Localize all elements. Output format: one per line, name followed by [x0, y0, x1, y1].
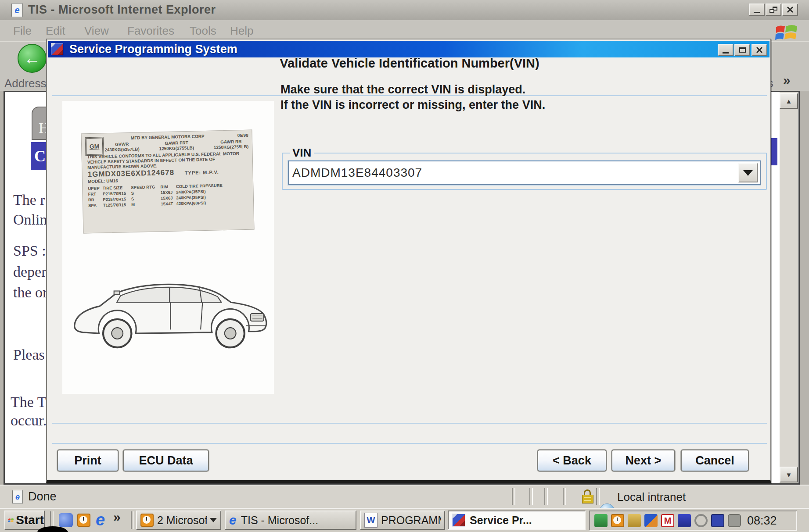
sps-close-button[interactable]	[751, 44, 767, 56]
tray-clock-time[interactable]: 08:32	[747, 514, 777, 528]
ie-statusbar: e Done Local intranet	[0, 485, 809, 509]
start-button[interactable]: Start	[4, 511, 45, 530]
system-tray: M 08:32	[589, 511, 797, 531]
sps-titlebar: Service Programming System	[48, 41, 769, 57]
page-text-fragment: the or	[13, 284, 47, 301]
minimize-icon	[723, 52, 729, 54]
vin-value: ADMDM13E84403307	[289, 166, 422, 180]
tray-network-map-icon[interactable]	[644, 514, 658, 527]
quicklaunch-clock-icon[interactable]	[77, 514, 90, 527]
sticker-tire-table: UPBPTIRE SIZE SPEED RTGRIM COLD TIRE PRE…	[88, 183, 232, 209]
ecu-data-button[interactable]: ECU Data	[123, 450, 209, 471]
sticker-type: TYPE: M.P.V.	[185, 169, 219, 175]
page-text-fragment: The T	[11, 394, 47, 411]
sticker-gawr-rr-value: 1250KG(2755LB)	[214, 144, 249, 150]
ie-close-button[interactable]	[782, 4, 798, 16]
vin-dropdown-button[interactable]	[738, 163, 758, 182]
divider	[52, 423, 767, 424]
sps-dialog: Service Programming System Validate Vehi…	[46, 39, 771, 483]
tray-book-icon[interactable]	[678, 514, 691, 527]
ie-window-title: TIS - Microsoft Internet Explorer	[28, 3, 216, 17]
page-text-fragment: Onlin	[13, 211, 47, 228]
next-button[interactable]: Next >	[611, 450, 675, 471]
menu-favorites[interactable]: Favorites	[127, 20, 174, 41]
restore-icon	[769, 7, 777, 13]
tray-display-icon[interactable]	[711, 514, 724, 527]
tray-clock-icon[interactable]	[611, 514, 624, 527]
quicklaunch-ie-icon[interactable]: e	[96, 511, 105, 529]
back-button[interactable]: ←	[18, 44, 47, 73]
scroll-up-icon: ▲	[786, 97, 792, 105]
sticker-date: 05/98	[237, 133, 248, 139]
sticker-gvwr-value: 2430KG(5357LB)	[104, 146, 140, 152]
menu-file[interactable]: File	[13, 20, 32, 41]
print-button[interactable]: Print	[57, 450, 119, 471]
menu-edit[interactable]: Edit	[46, 20, 65, 41]
quicklaunch-chevron-icon[interactable]: »	[113, 510, 121, 525]
status-divider	[512, 488, 515, 505]
lock-icon	[582, 489, 593, 503]
tray-scheduler-icon[interactable]	[728, 514, 741, 527]
vin-group: VIN ADMDM13E84403307	[282, 146, 767, 190]
status-divider	[529, 488, 533, 505]
sticker-gvwr-label: GVWR	[115, 142, 129, 147]
page-text-fragment: The r	[13, 192, 45, 208]
word-icon: W	[364, 513, 378, 528]
scroll-up-button[interactable]: ▲	[780, 93, 798, 109]
vin-group-label: VIN	[290, 146, 314, 160]
vertical-scrollbar[interactable]: ▲ ▼	[780, 92, 798, 483]
tray-updates-icon[interactable]	[628, 514, 641, 527]
status-zone: Local intranet	[617, 490, 686, 504]
sps-minimize-button[interactable]	[718, 44, 733, 56]
ie-window-icon: e	[11, 3, 23, 17]
back-step-button[interactable]: < Back	[537, 450, 607, 471]
close-icon	[756, 47, 763, 53]
ie-e-icon: e	[14, 6, 19, 14]
address-label: Address	[4, 77, 46, 90]
task-microsoft-group[interactable]: 2 Microsoft ...	[136, 511, 221, 530]
scroll-down-icon: ▼	[786, 471, 792, 478]
ie-restore-button[interactable]	[766, 4, 781, 16]
menu-tools[interactable]: Tools	[190, 20, 216, 41]
vin-combobox[interactable]: ADMDM13E84403307	[288, 161, 761, 185]
status-done: Done	[28, 490, 57, 503]
vehicle-image-panel: GM MFD BY GENERAL MOTORS CORP 05/98 GVWR…	[62, 101, 274, 394]
task-clock-icon	[140, 514, 154, 527]
taskbar: Start e » 2 Microsoft ... e TIS - Micros…	[0, 508, 809, 532]
status-divider	[596, 488, 600, 505]
dialog-heading: Validate Vehicle Identification Number(V…	[47, 56, 772, 71]
page-selection-sliver	[771, 138, 777, 165]
vehicle-illustration	[64, 264, 271, 357]
scroll-down-button[interactable]: ▼	[780, 467, 798, 482]
gm-logo: GM	[85, 137, 104, 156]
cancel-button[interactable]: Cancel	[681, 450, 749, 471]
status-divider	[563, 488, 566, 505]
task-tis-ie[interactable]: e TIS - Microsof...	[225, 511, 356, 530]
sps-maximize-button[interactable]	[734, 44, 750, 56]
sticker-gawr-frt-value: 1250KG(2755LB)	[159, 146, 194, 151]
page-text-fragment: Pleas	[13, 346, 45, 363]
tray-mcafee-icon[interactable]: M	[661, 514, 674, 527]
toolbar-chevron-icon[interactable]: »	[783, 73, 791, 88]
status-page-icon: e	[12, 490, 23, 504]
menu-help[interactable]: Help	[230, 20, 253, 41]
status-divider	[544, 488, 548, 505]
sticker-mfd-line: MFD BY GENERAL MOTORS CORP	[131, 134, 205, 141]
tray-volume-icon[interactable]	[694, 514, 708, 527]
quicklaunch-app-icon[interactable]	[59, 513, 73, 527]
task-word-programm[interactable]: W PROGRAMM...	[360, 511, 445, 530]
start-flag-icon	[8, 515, 14, 525]
maximize-icon	[739, 47, 746, 53]
start-label: Start	[16, 513, 44, 527]
ie-minimize-button[interactable]	[749, 4, 765, 16]
menu-view[interactable]: View	[84, 20, 109, 41]
sps-title: Service Programming System	[69, 43, 237, 56]
divider	[52, 443, 767, 444]
back-arrow-icon: ←	[24, 49, 40, 68]
tray-print-agent-icon[interactable]	[594, 514, 608, 527]
task-service-programming[interactable]: Service Pr...	[448, 511, 586, 530]
instruction-line-2: If the VIN is incorrect or missing, ente…	[280, 97, 545, 113]
sps-app-icon	[51, 43, 63, 55]
group-expand-icon	[210, 518, 217, 522]
screen: e TIS - Microsoft Internet Explorer File…	[0, 0, 809, 532]
